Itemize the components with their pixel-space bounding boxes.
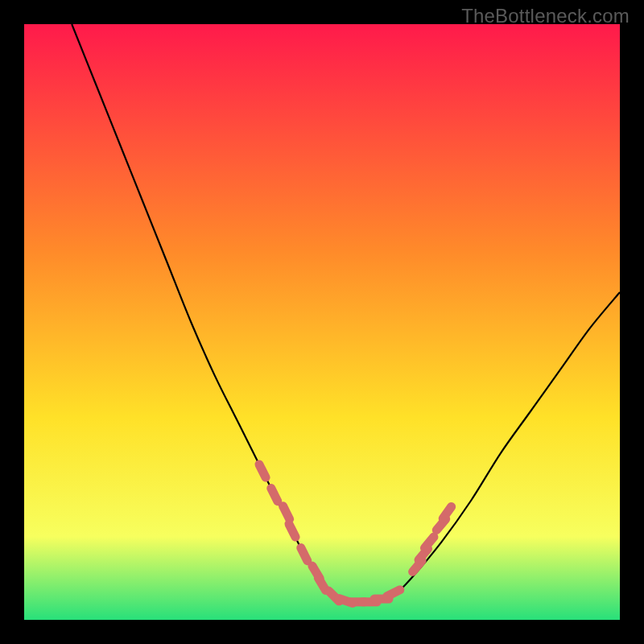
marker-segment xyxy=(387,590,400,597)
plot-area xyxy=(24,24,620,620)
marker-segment xyxy=(289,524,295,537)
marker-segment xyxy=(271,489,278,502)
marker-segment xyxy=(283,506,290,519)
chart-frame: TheBottleneck.com xyxy=(0,0,644,644)
watermark-text: TheBottleneck.com xyxy=(461,5,630,27)
marker-segment xyxy=(301,548,308,561)
marker-segment xyxy=(259,464,266,477)
gradient-background xyxy=(24,24,620,620)
chart-svg xyxy=(24,24,620,620)
